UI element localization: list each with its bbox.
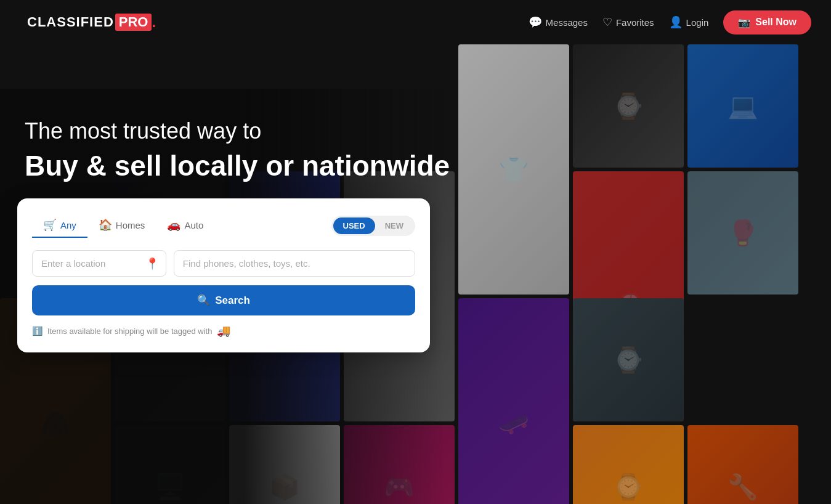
sell-now-label: Sell Now xyxy=(755,17,797,28)
info-icon: ℹ️ xyxy=(32,326,43,336)
main-nav: 💬 Messages ♡ Favorites 👤 Login 📷 Sell No… xyxy=(529,10,811,35)
logo: CLASSIFIED PRO . xyxy=(20,10,163,35)
keyword-input[interactable] xyxy=(174,250,415,277)
watch-image: ⌚ xyxy=(573,44,684,168)
login-label: Login xyxy=(686,17,709,28)
search-button-label: Search xyxy=(215,295,250,307)
camera-icon: 📷 xyxy=(738,17,750,28)
tab-any[interactable]: 🛒 Any xyxy=(32,213,87,238)
homes-icon: 🏠 xyxy=(99,218,112,232)
header: CLASSIFIED PRO . 💬 Messages ♡ Favorites … xyxy=(0,0,831,44)
any-icon: 🛒 xyxy=(43,218,57,232)
login-nav-item[interactable]: 👤 Login xyxy=(669,15,709,29)
hero-section: 🧥 📱 🎧 👟 👕 ⌚ 💻 🚗 🛹 🥊 ⌚ 🎮 📦 🖥️ 🔧 ⌚ The mos… xyxy=(0,44,831,504)
search-box: 🛒 Any 🏠 Homes 🚗 Auto USED NEW 📍 xyxy=(17,198,430,352)
tab-auto-label: Auto xyxy=(184,220,203,230)
watch2-image: ⌚ xyxy=(573,298,684,421)
tab-auto[interactable]: 🚗 Auto xyxy=(156,213,214,238)
hoodie-image: 👕 xyxy=(458,44,569,295)
gadget-image: 🔧 xyxy=(687,425,798,504)
favorites-nav-item[interactable]: ♡ Favorites xyxy=(602,15,654,29)
tablet-image: 💻 xyxy=(687,44,798,168)
dark-item-image: 🖥️ xyxy=(115,425,225,504)
logo-dot: . xyxy=(152,14,156,31)
search-icon: 🔍 xyxy=(197,294,210,307)
logo-text: CLASSIFIED xyxy=(27,14,114,30)
messages-label: Messages xyxy=(546,17,588,28)
location-input-wrap: 📍 xyxy=(32,250,166,277)
shipping-note: ℹ️ Items available for shipping will be … xyxy=(32,324,415,338)
electronics-image: 🎮 xyxy=(344,425,455,504)
category-tabs: 🛒 Any 🏠 Homes 🚗 Auto USED NEW xyxy=(32,213,415,238)
accessories-image: ⌚ xyxy=(573,425,684,504)
shipping-note-text: Items available for shipping will be tag… xyxy=(47,327,212,336)
condition-toggle: USED NEW xyxy=(331,216,415,236)
used-condition-button[interactable]: USED xyxy=(333,217,375,234)
new-condition-button[interactable]: NEW xyxy=(375,217,413,234)
sell-now-button[interactable]: 📷 Sell Now xyxy=(723,10,811,35)
messages-icon: 💬 xyxy=(529,15,542,29)
favorites-label: Favorites xyxy=(616,17,654,28)
search-inputs-row: 📍 xyxy=(32,250,415,277)
user-icon: 👤 xyxy=(669,15,683,29)
white-item-image: 📦 xyxy=(229,425,340,504)
auto-icon: 🚗 xyxy=(167,218,180,232)
favorites-icon: ♡ xyxy=(602,15,612,29)
tab-homes[interactable]: 🏠 Homes xyxy=(87,213,156,238)
tab-homes-label: Homes xyxy=(116,220,145,230)
skateboard-image: 🛹 xyxy=(458,298,569,504)
hero-text-block: The most trusted way to Buy & sell local… xyxy=(25,118,450,182)
glove-image: 🥊 xyxy=(687,171,798,295)
messages-nav-item[interactable]: 💬 Messages xyxy=(529,15,588,29)
tab-any-label: Any xyxy=(60,220,76,230)
logo-pro: PRO xyxy=(115,14,152,31)
hero-title: Buy & sell locally or nationwide xyxy=(25,149,450,182)
truck-icon: 🚚 xyxy=(217,324,230,338)
keyword-input-wrap xyxy=(174,250,415,277)
search-button[interactable]: 🔍 Search xyxy=(32,285,415,315)
location-pin-icon[interactable]: 📍 xyxy=(145,257,159,270)
hero-subtitle: The most trusted way to xyxy=(25,118,450,144)
